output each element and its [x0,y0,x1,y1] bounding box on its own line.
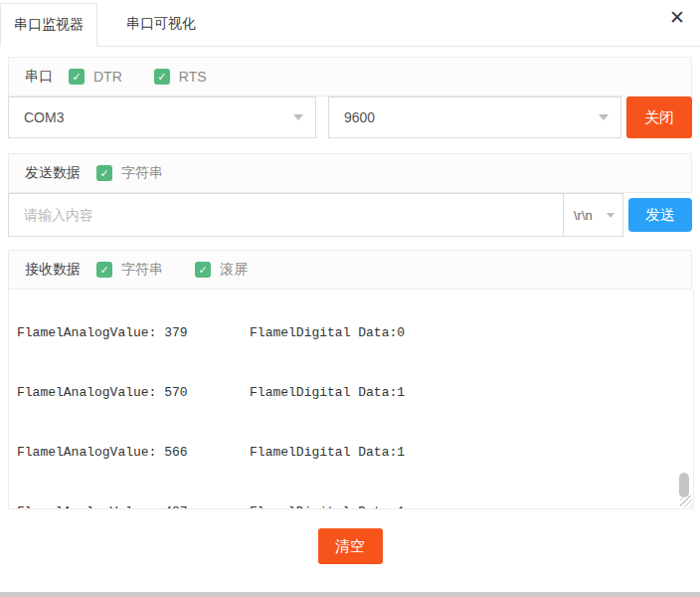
tab-serial-visualization[interactable]: 串口可视化 [113,2,209,46]
receive-string-label: 字符串 [121,261,163,279]
receive-string-checkbox[interactable]: ✓ [96,262,112,278]
tab-serial-monitor-label: 串口监视器 [14,16,84,34]
dtr-checkbox[interactable]: ✓ [69,69,85,85]
serial-data-line: FlamelAnalogValue: 566 FlamelDigital Dat… [17,443,693,463]
clear-button[interactable]: 清空 [318,528,383,564]
rts-checkbox-group: ✓ RTS [154,69,207,85]
serial-data-line: FlamelAnalogValue: 379 FlamelDigital Dat… [17,323,693,343]
receive-panel-header: 接收数据 ✓ 字符串 ✓ 滚屏 [8,250,692,290]
checkmark-icon: ✓ [198,264,207,276]
clear-button-row: 清空 [0,528,700,564]
receive-string-checkbox-group: ✓ 字符串 [96,261,163,279]
receive-log: FlamelAnalogValue: 379 FlamelDigital Dat… [9,290,693,509]
autoscroll-checkbox-group: ✓ 滚屏 [195,261,248,279]
receive-panel-title: 接收数据 [25,261,81,279]
serial-data-line: FlamelAnalogValue: 487 FlamelDigital Dat… [17,502,693,509]
autoscroll-label: 滚屏 [220,261,248,279]
resize-grip-icon[interactable] [680,496,692,507]
rts-checkbox[interactable]: ✓ [154,69,170,85]
rts-label: RTS [179,69,207,85]
dtr-checkbox-group: ✓ DTR [69,69,122,85]
dtr-label: DTR [93,69,122,85]
tab-bar: 串口监视器 串口可视化 ✕ [0,0,700,47]
checkmark-icon: ✓ [99,264,108,276]
line-ending-select[interactable]: \r\n [563,193,623,237]
serial-config-row: COM3 9600 关闭 [8,97,692,138]
send-row: \r\n 发送 [8,193,692,237]
serial-panel-header: 串口 ✓ DTR ✓ RTS [8,57,692,97]
receive-textarea[interactable]: FlamelAnalogValue: 379 FlamelDigital Dat… [8,290,694,509]
serial-data-line: FlamelAnalogValue: 570 FlamelDigital Dat… [17,383,693,403]
scrollbar-thumb[interactable] [679,473,689,498]
port-select-value: COM3 [24,109,285,125]
checkmark-icon: ✓ [72,71,81,83]
tab-serial-monitor[interactable]: 串口监视器 [0,3,97,47]
line-ending-value: \r\n [574,208,602,223]
send-string-checkbox[interactable]: ✓ [96,165,112,181]
chevron-down-icon [599,114,609,120]
close-icon[interactable]: ✕ [669,8,685,27]
baud-select-value: 9600 [344,109,591,125]
serial-panel-title: 串口 [25,68,53,86]
chevron-down-icon [293,114,303,120]
send-panel-header: 发送数据 ✓ 字符串 [8,153,692,193]
tab-serial-visualization-label: 串口可视化 [126,15,196,33]
send-input[interactable] [8,193,563,237]
send-panel-title: 发送数据 [25,164,81,182]
send-string-label: 字符串 [121,164,163,182]
autoscroll-checkbox[interactable]: ✓ [195,262,211,278]
window-bottom-edge [0,592,700,597]
port-select[interactable]: COM3 [8,97,316,138]
send-button[interactable]: 发送 [628,198,692,232]
close-port-button[interactable]: 关闭 [626,97,692,138]
chevron-down-icon [607,213,614,218]
send-string-checkbox-group: ✓ 字符串 [96,164,163,182]
checkmark-icon: ✓ [157,71,166,83]
checkmark-icon: ✓ [99,167,108,179]
baud-select[interactable]: 9600 [328,97,621,138]
